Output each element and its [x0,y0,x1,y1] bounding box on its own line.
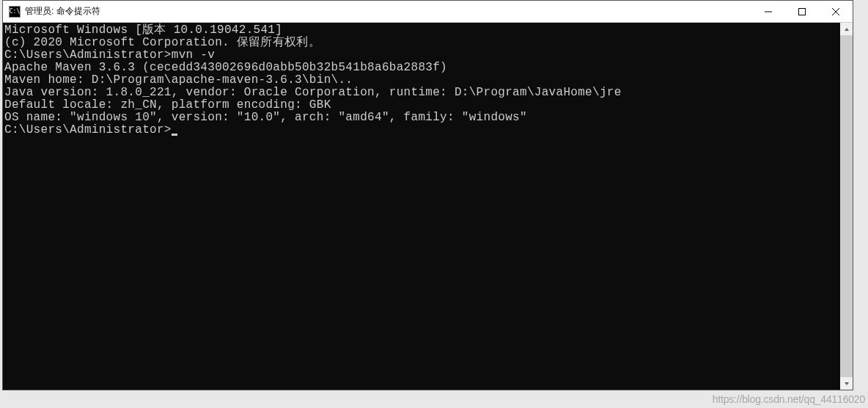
terminal-prompt-line: C:\Users\Administrator> [4,124,840,136]
terminal-output[interactable]: Microsoft Windows [版本 10.0.19042.541](c)… [3,23,840,390]
terminal-line: Maven home: D:\Program\apache-maven-3.6.… [4,74,840,87]
terminal-line: (c) 2020 Microsoft Corporation. 保留所有权利。 [4,37,840,49]
svg-marker-4 [845,28,849,31]
scrollbar-track[interactable] [840,35,853,377]
terminal-prompt-line: C:\Users\Administrator>mvn -v [4,49,840,62]
watermark-text: https://blog.csdn.net/qq_44116020 [713,393,865,405]
cursor [172,134,177,136]
terminal-line: Microsoft Windows [版本 10.0.19042.541] [4,24,840,37]
terminal-prompt: C:\Users\Administrator> [4,123,172,136]
app-icon: C:\ [9,6,21,18]
terminal-line: Default locale: zh_CN, platform encoding… [4,99,840,112]
terminal-line: Java version: 1.8.0_221, vendor: Oracle … [4,87,840,99]
window-title: 管理员: 命令提示符 [25,5,751,18]
close-button[interactable] [819,1,853,22]
window-controls [751,1,853,22]
svg-rect-1 [799,8,806,15]
terminal-area: Microsoft Windows [版本 10.0.19042.541](c)… [3,23,853,390]
maximize-button[interactable] [785,1,819,22]
terminal-line: OS name: "windows 10", version: "10.0", … [4,112,840,124]
vertical-scrollbar[interactable] [840,23,853,390]
scroll-up-button[interactable] [840,23,853,35]
minimize-button[interactable] [751,1,785,22]
titlebar[interactable]: C:\ 管理员: 命令提示符 [3,1,853,23]
svg-marker-5 [845,382,849,385]
cmd-window: C:\ 管理员: 命令提示符 Microsoft Windows [版本 10.… [2,0,853,390]
terminal-line: Apache Maven 3.6.3 (cecedd343002696d0abb… [4,62,840,74]
scrollbar-thumb[interactable] [840,35,853,377]
scroll-down-button[interactable] [840,377,853,390]
